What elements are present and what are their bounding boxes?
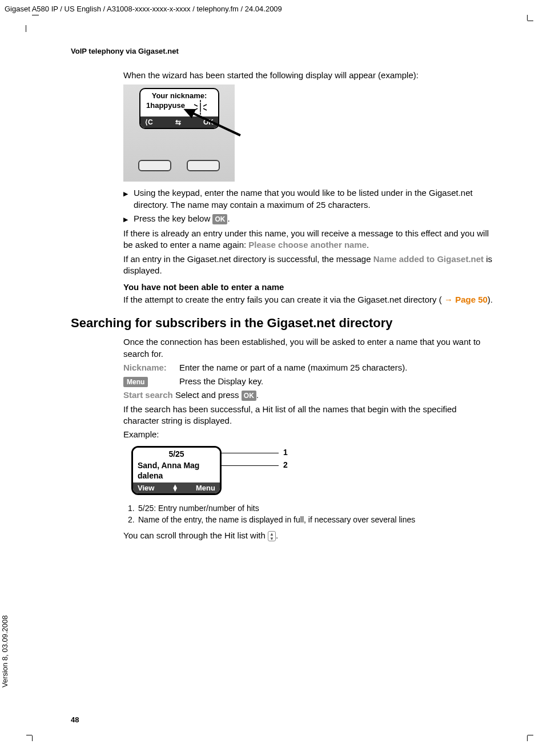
page-ref-link[interactable]: Page 50 [455, 295, 488, 304]
right-softkey-button [187, 160, 220, 171]
nickname-instruction: Enter the name or part of a name (maximu… [179, 362, 493, 373]
callout-number: 1 [283, 448, 288, 457]
hitlist-entry-line2: dalena [138, 471, 215, 481]
text-fragment: Select and press [173, 390, 242, 400]
scroll-instruction: You can scroll through the Hit list with… [123, 530, 493, 541]
version-sidebar: Version 8, 03.09.2008 [1, 616, 9, 688]
callout-lines: 1 2 [222, 446, 290, 497]
text-fragment: You can scroll through the Hit list with [123, 530, 268, 540]
crop-mark-icon [524, 17, 536, 29]
system-message: Name added to Gigaset.net [373, 254, 484, 264]
intro-text: When the wizard has been started the fol… [123, 70, 493, 81]
ok-key-badge: OK [242, 391, 256, 401]
menu-key-badge: Menu [123, 377, 148, 387]
nickname-label: Nickname: [123, 362, 179, 373]
text-fragment: If an entry in the Gigaset.net directory… [123, 254, 373, 264]
search-intro: Once the connection has been established… [123, 336, 493, 360]
svg-line-2 [203, 104, 207, 106]
up-down-key-icon: ▲▼ [268, 531, 276, 541]
softkey-left-clear: ⟨C [145, 118, 153, 126]
softkey-view: View [138, 484, 154, 492]
legend-item: 2.Name of the entry, the name is display… [128, 514, 493, 526]
legend-text: Name of the entry, the name is displayed… [138, 515, 415, 524]
hitlist-display: 5/25 Sand, Anna Mag dalena View ▲▼ Menu [131, 446, 222, 494]
instruction-item: Using the keypad, enter the name that yo… [123, 187, 493, 211]
hitlist-counter: 5/25 [133, 448, 220, 460]
legend-item: 1.5/25: Entry number/number of hits [128, 503, 493, 514]
text-fragment: . [276, 530, 278, 540]
legend-number: 2. [128, 514, 138, 526]
duplicate-name-text: If there is already an entry under this … [123, 228, 493, 251]
text-fragment: . [227, 214, 230, 223]
menu-instruction: Press the Display key. [179, 376, 493, 387]
instruction-item: Press the key below OK. [123, 213, 493, 224]
crop-mark-icon [24, 727, 35, 739]
page-ref-arrow-icon: → [444, 295, 453, 304]
start-search-row: Start search Select and press OK. [123, 389, 493, 401]
text-fragment: If the attempt to create the entry fails… [123, 295, 444, 304]
retry-text: If the attempt to create the entry fails… [123, 294, 493, 305]
left-softkey-button [138, 160, 171, 171]
doc-header-path: Gigaset A580 IP / US English / A31008-xx… [5, 5, 282, 13]
text-fragment: Press the key below [134, 214, 212, 223]
system-message: Please choose another name [248, 240, 367, 250]
h2-searching: Searching for subscribers in the Gigaset… [71, 316, 493, 331]
subheading: You have not been able to enter a name [123, 282, 493, 292]
up-down-icon: ▲▼ [172, 484, 178, 492]
legend-text: 5/25: Entry number/number of hits [138, 504, 259, 513]
callout-number: 2 [283, 460, 288, 469]
nickname-value: 1happyuse [146, 101, 185, 110]
crop-mark-icon [524, 727, 536, 739]
svg-line-4 [203, 108, 207, 110]
legend-number: 1. [128, 503, 138, 514]
softkey-mid-switch-icon: ⇆ [175, 118, 181, 126]
text-fragment: . [367, 240, 369, 250]
text-fragment: ). [488, 295, 493, 304]
success-text: If an entry in the Gigaset.net directory… [123, 254, 493, 277]
hitlist-explain: If the search has been successful, a Hit… [123, 404, 493, 427]
example-label: Example: [123, 429, 493, 440]
crop-mark-icon [24, 17, 35, 29]
text-fragment: . [256, 390, 259, 400]
hitlist-entry-line1: Sand, Anna Mag [138, 460, 215, 471]
softkey-menu: Menu [196, 484, 215, 492]
ok-key-badge: OK [212, 214, 227, 224]
page-number: 48 [71, 715, 79, 724]
lcd-input-value: 1happyuse [146, 101, 218, 110]
start-search-label: Start search [123, 390, 173, 400]
section-header: VoIP telephony via Gigaset.net [71, 47, 179, 55]
handset-display-example: Your nickname: 1happyuse [123, 85, 235, 182]
